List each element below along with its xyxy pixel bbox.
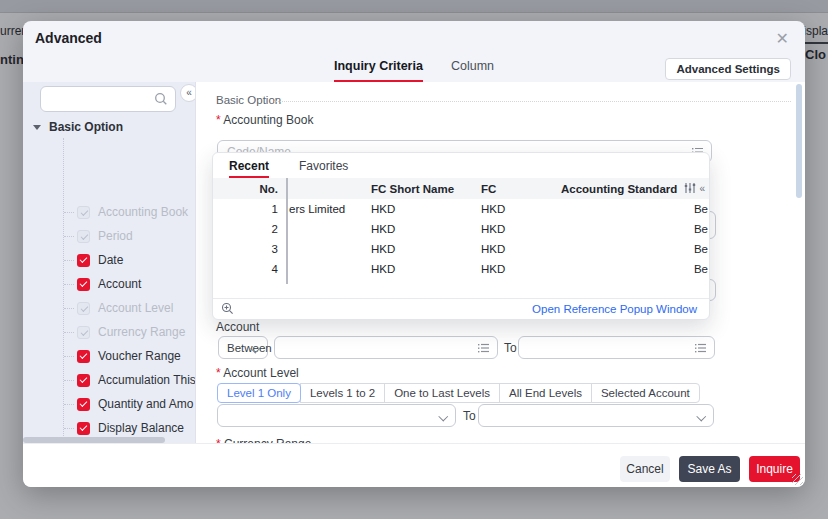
search-icon: [154, 92, 168, 106]
save-as-button[interactable]: Save As: [679, 456, 740, 482]
account-to-label: To: [504, 341, 517, 355]
sidebar-item-accumulation-this[interactable]: Accumulation This: [23, 368, 195, 392]
advanced-settings-button[interactable]: Advanced Settings: [665, 58, 791, 80]
sidebar-item-period[interactable]: Period: [23, 224, 195, 248]
account-operator-select[interactable]: Between: [218, 336, 268, 359]
checkbox-checked-disabled-icon: [77, 206, 90, 219]
cancel-button[interactable]: Cancel: [620, 456, 670, 482]
open-reference-popup-link[interactable]: Open Reference Popup Window: [532, 303, 697, 315]
account-label: Account: [216, 320, 259, 334]
accounting-book-reference-popup: Recent Favorites No. FC Short Name FC Ac…: [212, 152, 710, 320]
chevron-down-icon: [252, 345, 259, 352]
segment-all-end-levels[interactable]: All End Levels: [499, 383, 592, 403]
resize-handle[interactable]: [792, 474, 803, 485]
dialog-title: Advanced: [35, 30, 102, 46]
sidebar-item-voucher-range[interactable]: Voucher Range: [23, 344, 195, 368]
sidebar-item-currency-range[interactable]: Currency Range: [23, 320, 195, 344]
sidebar-item-quantity-and-amount[interactable]: Quantity and Amo: [23, 392, 195, 416]
sidebar-item-account[interactable]: Account: [23, 272, 195, 296]
checkbox-checked-icon[interactable]: [77, 374, 90, 387]
checkbox-checked-icon[interactable]: [77, 278, 90, 291]
checkbox-checked-icon[interactable]: [77, 254, 90, 267]
section-basic-option: Basic Option: [216, 94, 281, 106]
options-sidebar: « Basic Option Accounting Book Period Da…: [23, 82, 196, 443]
checkbox-checked-icon[interactable]: [77, 350, 90, 363]
segment-levels-1-to-2[interactable]: Levels 1 to 2: [300, 383, 385, 403]
popup-tab-favorites[interactable]: Favorites: [299, 153, 348, 178]
account-from-input[interactable]: [274, 336, 498, 359]
sidebar-item-date[interactable]: Date: [23, 248, 195, 272]
segment-selected-account[interactable]: Selected Account: [591, 383, 700, 403]
caret-down-icon: [33, 125, 41, 130]
close-icon[interactable]: ✕: [776, 29, 789, 48]
sidebar-collapse-button[interactable]: «: [180, 84, 196, 102]
accounting-book-label: Accounting Book: [216, 113, 313, 127]
popup-row-4[interactable]: 4 HKD HKD Be: [213, 259, 709, 279]
sidebar-item-account-level[interactable]: Account Level: [23, 296, 195, 320]
checkbox-checked-icon[interactable]: [77, 398, 90, 411]
more-columns-icon[interactable]: «: [699, 183, 705, 194]
zoom-magnifier-icon[interactable]: [221, 302, 234, 315]
account-level-to-select[interactable]: [478, 404, 714, 427]
popup-row-3[interactable]: 3 HKD HKD Be: [213, 239, 709, 259]
form-vertical-scrollbar[interactable]: [796, 84, 802, 198]
chevron-down-icon: [698, 413, 705, 420]
checkbox-checked-disabled-icon: [77, 326, 90, 339]
section-divider: [274, 101, 791, 102]
sidebar-item-accounting-book[interactable]: Accounting Book: [23, 200, 195, 224]
account-level-to-label: To: [463, 409, 476, 423]
account-level-from-select[interactable]: [217, 404, 456, 427]
reference-list-icon[interactable]: [694, 342, 707, 354]
advanced-dialog: Advanced ✕ Inquiry Criteria Column Advan…: [23, 21, 805, 487]
account-level-segments: Level 1 Only Levels 1 to 2 One to Last L…: [217, 383, 700, 403]
popup-row-2[interactable]: 2 HKD HKD Be: [213, 219, 709, 239]
tab-column[interactable]: Column: [451, 59, 494, 83]
reference-list-icon[interactable]: [477, 342, 490, 354]
chevron-down-icon: [440, 413, 447, 420]
account-level-label: Account Level: [216, 366, 299, 380]
checkbox-checked-icon[interactable]: [77, 422, 90, 435]
tab-inquiry-criteria[interactable]: Inquiry Criteria: [334, 59, 423, 83]
dialog-footer: Cancel Save As Inquire: [23, 443, 805, 487]
sidebar-search: [40, 86, 176, 112]
column-filter-icon[interactable]: [684, 182, 696, 194]
checkbox-checked-disabled-icon: [77, 230, 90, 243]
tree-root-basic-option[interactable]: Basic Option: [33, 120, 123, 134]
segment-level-1-only[interactable]: Level 1 Only: [217, 383, 301, 403]
popup-tab-recent[interactable]: Recent: [229, 153, 269, 178]
inquiry-form: Basic Option Accounting Book Code/Name R…: [196, 82, 805, 443]
popup-row-1[interactable]: 1 ers Limited HKD HKD Be: [213, 199, 709, 219]
tree-root-label: Basic Option: [49, 120, 123, 134]
segment-one-to-last-levels[interactable]: One to Last Levels: [384, 383, 500, 403]
checkbox-checked-disabled-icon: [77, 302, 90, 315]
account-to-input[interactable]: [518, 336, 715, 359]
